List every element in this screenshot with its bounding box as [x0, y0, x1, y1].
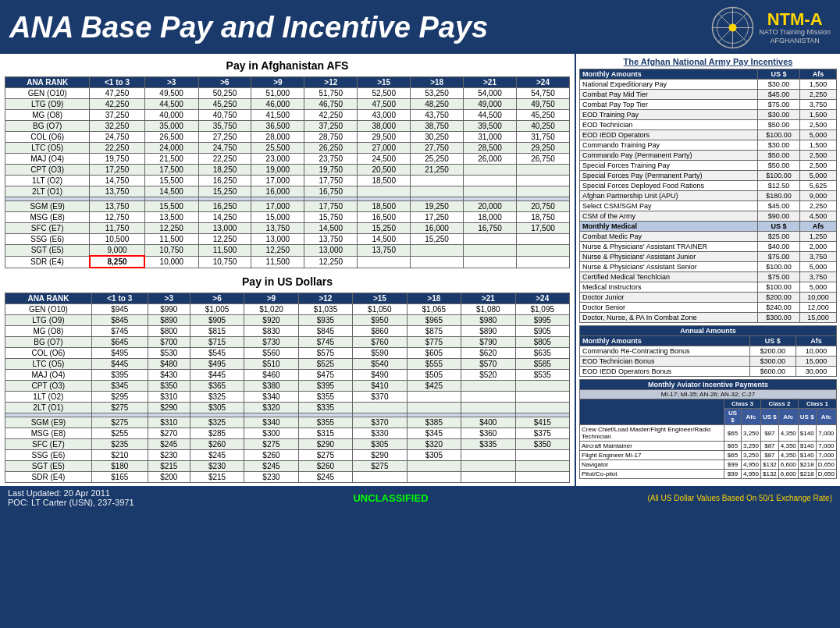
- aviator-cell: $65: [724, 442, 741, 451]
- afs-cell: 46,000: [251, 99, 304, 110]
- usd-enlisted-row: SSG (E6)$210$230$245$260$275$290$305: [5, 450, 570, 461]
- usd-cell: COL (O6): [5, 348, 92, 359]
- usd-cell: SGM (E9): [5, 417, 92, 428]
- usd-col-rank: ANA RANK: [5, 293, 92, 304]
- usd-cell: $245: [148, 439, 190, 450]
- aviator-cell: $140: [798, 451, 816, 460]
- incentive-cell: Afghan Partnership Unit (APU): [580, 191, 758, 201]
- usd-cell: SGT (E5): [5, 461, 92, 472]
- afs-cell: 51,000: [251, 88, 304, 99]
- usd-cell: [515, 461, 569, 472]
- usd-cell: $310: [148, 392, 190, 403]
- usd-cell: $605: [407, 348, 461, 359]
- usd-officer-row: 2LT (O1)$275$290$305$320$335: [5, 403, 570, 413]
- afs-cell: 14,500: [358, 234, 411, 245]
- afs-cell: 13,000: [198, 223, 251, 234]
- afs-cell: 12,250: [144, 223, 198, 234]
- usd-cell: $590: [353, 348, 407, 359]
- afs-cell: 8,250: [90, 256, 144, 268]
- incentive-cell: Special Forces Pay (Permanent Party): [580, 171, 758, 181]
- usd-cell: $535: [515, 370, 569, 381]
- aviator-cell: 4,350: [778, 425, 798, 442]
- usd-cell: [461, 381, 515, 392]
- afs-cell: [464, 165, 517, 176]
- afs-cell: 19,750: [90, 154, 144, 165]
- incentive-cell: $100.00: [757, 171, 799, 181]
- usd-cell: SSG (E6): [5, 450, 92, 461]
- usd-col-3: >6: [190, 293, 244, 304]
- afs-col-9: >24: [516, 77, 569, 88]
- aviator-cell: 3,250: [741, 442, 760, 451]
- medical-row: Nurse & Physicians' Assistant Junior$75.…: [580, 252, 837, 262]
- afs-cell: 45,250: [516, 110, 569, 121]
- afs-cell: 1LT (O2): [5, 176, 90, 186]
- afs-cell: 13,500: [144, 212, 198, 223]
- usd-cell: $300: [244, 428, 298, 439]
- afs-cell: [516, 256, 569, 268]
- afs-cell: [516, 176, 569, 186]
- afs-cell: [464, 186, 517, 197]
- incentive-row: Special Forces Pay (Permanent Party)$100…: [580, 171, 837, 181]
- afs-cell: [411, 256, 464, 268]
- aviator-cell: 7,000: [816, 442, 836, 451]
- usd-cell: $260: [298, 461, 352, 472]
- header: ANA Base Pay and Incentive Pays NTM-A NA…: [0, 0, 840, 54]
- aviator-cell: 4,350: [778, 442, 798, 451]
- usd-cell: $480: [148, 359, 190, 370]
- usd-enlisted-row: MSG (E8)$255$270$285$300$315$330$345$360…: [5, 428, 570, 439]
- incentive-row: Combat Pay Mid Tier$45.002,250: [580, 90, 837, 100]
- usd-cell: $905: [190, 315, 244, 326]
- usd-cell: [461, 472, 515, 483]
- usd-cell: $245: [190, 450, 244, 461]
- afs-cell: GEN (O10): [5, 88, 90, 99]
- annual-cell: EOD Technician Bonus: [580, 357, 750, 367]
- afs-officer-row: MG (O8)37,25040,00040,75041,50042,25043,…: [5, 110, 570, 121]
- usd-cell: $165: [91, 472, 148, 483]
- usd-cell: $790: [461, 337, 515, 348]
- usd-cell: $200: [148, 472, 190, 483]
- afs-cell: 16,250: [198, 201, 251, 212]
- medical-cell: 5,000: [799, 282, 836, 293]
- annual-col-usd: US $: [749, 336, 796, 346]
- last-updated: Last Updated: 20 Apr 2011: [8, 488, 110, 498]
- afs-cell: 16,000: [411, 223, 464, 234]
- afs-cell: 19,750: [304, 165, 358, 176]
- aviator-table: Monthly Aviator Incentive Payments MI-17…: [579, 379, 837, 479]
- afs-cell: 15,000: [251, 212, 304, 223]
- afs-cell: 39,500: [464, 121, 517, 132]
- afs-cell: 24,750: [198, 143, 251, 154]
- afs-cell: 23,750: [304, 154, 358, 165]
- usd-cell: $890: [148, 315, 190, 326]
- aviator-cell: Pilot/Co-pilot: [580, 470, 724, 479]
- afs-cell: 10,500: [90, 234, 144, 245]
- incentive-cell: $45.00: [757, 90, 799, 100]
- incentive-cell: Combat Pay Mid Tier: [580, 90, 758, 100]
- usd-cell: $445: [91, 359, 148, 370]
- annual-cell: 10,000: [796, 346, 837, 357]
- usd-cell: [515, 392, 569, 403]
- afs-officer-row: MAJ (O4)19,75021,50022,25023,00023,75024…: [5, 154, 570, 165]
- usd-officer-row: BG (O7)$645$700$715$730$745$760$775$790$…: [5, 337, 570, 348]
- afs-cell: 52,500: [358, 88, 411, 99]
- incentive-cell: 5,000: [799, 171, 836, 181]
- afs-cell: 35,750: [198, 121, 251, 132]
- usd-cell: LTC (O5): [5, 359, 92, 370]
- incentive-cell: $50.00: [757, 151, 799, 161]
- aviator-cell: Crew Chief/Load Master/Flight Engineer/R…: [580, 425, 724, 442]
- usd-cell: $545: [190, 348, 244, 359]
- medical-cell: 3,750: [799, 252, 836, 262]
- afs-officer-row: LTG (O9)42,25044,50045,25046,00046,75047…: [5, 99, 570, 110]
- afs-cell: SGM (E9): [5, 201, 90, 212]
- afs-cell: 9,000: [90, 245, 144, 257]
- afs-cell: 31,750: [516, 132, 569, 143]
- afs-cell: [411, 176, 464, 186]
- usd-enlisted-row: SGM (E9)$275$310$325$340$355$370$385$400…: [5, 417, 570, 428]
- usd-cell: $1,095: [515, 304, 569, 315]
- afs-cell: 18,750: [516, 212, 569, 223]
- usd-enlisted-row: SDR (E4)$165$200$215$230$245: [5, 472, 570, 483]
- afs-cell: 24,500: [358, 154, 411, 165]
- usd-cell: $1,050: [353, 304, 407, 315]
- annual-cell: Commando Re-Contracting Bonus: [580, 346, 750, 357]
- incentive-cell: Commando Pay (Permanent Party): [580, 151, 758, 161]
- usd-cell: $920: [244, 315, 298, 326]
